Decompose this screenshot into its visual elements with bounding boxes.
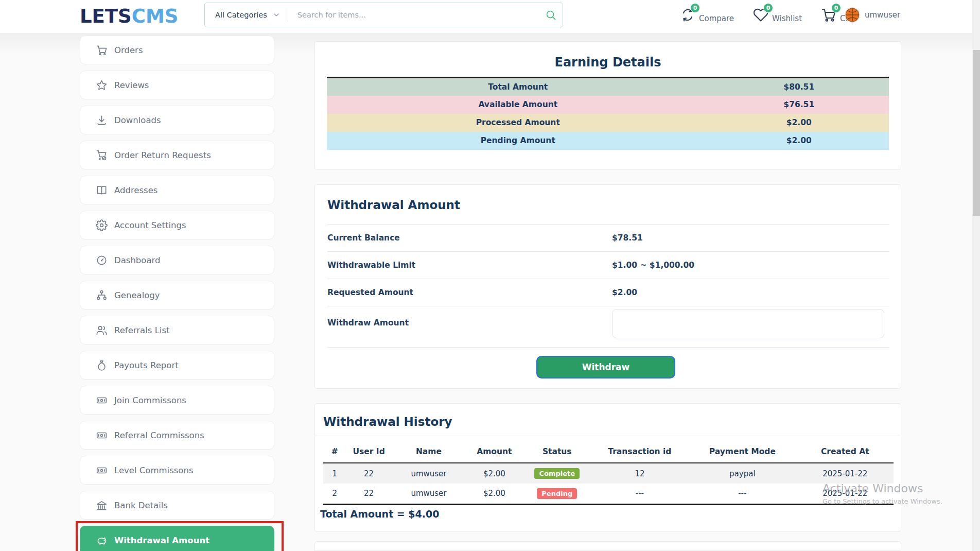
history-column-header: Status <box>523 441 591 463</box>
history-cell-created-at: 2025-01-22 <box>797 463 894 484</box>
piggy-bank-icon <box>96 535 108 546</box>
logo-part-cms: CMS <box>132 5 179 27</box>
sidebar: OrdersReviewsDownloadsOrder Return Reque… <box>80 36 274 551</box>
header-actions: 0Compare0Wishlist0Cart <box>678 6 856 24</box>
star-icon <box>96 79 108 91</box>
heart-icon: 0 <box>751 6 770 24</box>
cart-return-icon <box>96 149 108 161</box>
sidebar-item-label: Orders <box>114 45 143 55</box>
user-menu[interactable]: umwuser <box>845 7 900 23</box>
sidebar-item-orders[interactable]: Orders <box>80 36 274 64</box>
search-input[interactable] <box>288 3 539 27</box>
logo-part-lets: LETS <box>80 5 132 27</box>
sidebar-item-downloads[interactable]: Downloads <box>80 106 274 134</box>
wishlist-action[interactable]: 0Wishlist <box>751 6 802 24</box>
sidebar-item-label: Level Commissons <box>114 466 194 475</box>
history-column-header: # <box>323 441 346 463</box>
sidebar-item-label: Withdrawal Amount <box>114 536 209 545</box>
sidebar-item-label: Account Settings <box>114 220 186 230</box>
history-cell-payment-mode: paypal <box>688 463 797 484</box>
withdrawal-amount-card: Withdrawal Amount Current Balance$78.51W… <box>314 184 901 389</box>
bank-icon <box>96 500 108 511</box>
form-row-label: Withdrawable Limit <box>327 261 612 270</box>
download-icon <box>96 114 108 126</box>
history-cell-num: 2 <box>323 484 346 504</box>
sidebar-item-label: Order Return Requests <box>114 150 211 160</box>
sidebar-item-account-settings[interactable]: Account Settings <box>80 211 274 239</box>
history-column-header: User Id <box>346 441 392 463</box>
sidebar-item-label: Referral Commissons <box>114 431 204 440</box>
history-cell-name: umwuser <box>392 484 466 504</box>
search-bar: All Categories <box>204 3 563 27</box>
speedometer-icon <box>96 254 108 266</box>
letscms-logo[interactable]: LETSCMS <box>80 5 178 27</box>
user-name: umwuser <box>865 10 900 20</box>
compare-label: Compare <box>699 14 734 24</box>
cart-icon: 0 <box>819 6 838 24</box>
earning-row-value: $76.51 <box>709 96 889 114</box>
earning-row: Pending Amount$2.00 <box>327 132 889 150</box>
earning-row-label: Processed Amount <box>327 114 709 132</box>
earning-row: Available Amount$76.51 <box>327 96 889 114</box>
sidebar-item-genealogy[interactable]: Genealogy <box>80 281 274 309</box>
history-cell-num: 1 <box>323 463 346 484</box>
sidebar-item-addresses[interactable]: Addresses <box>80 176 274 204</box>
withdrawal-history-title: Withdrawal History <box>323 415 452 428</box>
earning-row-value: $2.00 <box>709 132 889 150</box>
history-row: 222umwuser$2.00Pending------2025-01-22 <box>323 484 894 504</box>
withdraw-button[interactable]: Withdraw <box>536 356 675 378</box>
history-cell-status: Complete <box>523 463 591 484</box>
earning-details-table: Total Amount$80.51Available Amount$76.51… <box>327 77 889 150</box>
sidebar-item-referrals-list[interactable]: Referrals List <box>80 316 274 345</box>
sidebar-item-dashboard[interactable]: Dashboard <box>80 246 274 274</box>
wishlist-count-badge: 0 <box>763 3 773 13</box>
withdrawal-amount-title: Withdrawal Amount <box>327 198 460 212</box>
category-dropdown[interactable]: All Categories <box>205 3 288 27</box>
history-column-header: Created At <box>797 441 894 463</box>
earning-row-value: $2.00 <box>709 114 889 132</box>
sidebar-item-label: Referrals List <box>114 325 170 335</box>
form-row-withdrawable-limit: Withdrawable Limit$1.00 ~ $1,000.00 <box>327 252 889 279</box>
history-cell-amount: $2.00 <box>466 463 523 484</box>
sidebar-item-label: Dashboard <box>114 255 161 265</box>
magnifier-icon <box>545 9 557 21</box>
category-dropdown-label: All Categories <box>215 11 267 19</box>
banknote-icon <box>96 429 108 441</box>
cart-count-badge: 0 <box>831 3 841 13</box>
form-divider <box>327 347 889 348</box>
earning-row-label: Pending Amount <box>327 132 709 150</box>
sidebar-item-label: Downloads <box>114 115 161 125</box>
compare-count-badge: 0 <box>690 3 700 13</box>
scrollbar-track[interactable] <box>972 0 980 551</box>
users-icon <box>96 324 108 336</box>
withdraw-amount-row: Withdraw Amount <box>327 306 889 347</box>
earning-details-title: Earning Details <box>315 55 901 70</box>
history-cell-created-at: 2025-01-22 <box>797 484 894 504</box>
sidebar-item-bank-details[interactable]: Bank Details <box>80 491 274 520</box>
sidebar-item-order-return-requests[interactable]: Order Return Requests <box>80 141 274 169</box>
sidebar-item-withdrawal-amount[interactable]: Withdrawal Amount <box>80 526 274 551</box>
history-cell-payment-mode: --- <box>688 484 797 504</box>
scrollbar-thumb[interactable] <box>973 50 980 216</box>
compare-arrows-icon: 0 <box>678 6 697 24</box>
money-bag-icon <box>96 359 108 371</box>
withdraw-amount-input[interactable] <box>612 309 884 338</box>
hierarchy-icon <box>96 289 108 301</box>
sidebar-item-join-commissons[interactable]: Join Commissons <box>80 386 274 415</box>
history-cell-amount: $2.00 <box>466 484 523 504</box>
status-badge: Pending <box>537 488 577 499</box>
sidebar-item-reviews[interactable]: Reviews <box>80 71 274 99</box>
history-cell-transaction-id: 12 <box>591 463 688 484</box>
withdrawal-history-table: #User IdNameAmountStatusTransaction idPa… <box>323 441 894 505</box>
earning-row-value: $80.51 <box>709 78 889 96</box>
compare-action[interactable]: 0Compare <box>678 6 734 24</box>
address-book-icon <box>96 184 108 196</box>
sidebar-item-payouts-report[interactable]: Payouts Report <box>80 351 274 380</box>
earning-row: Processed Amount$2.00 <box>327 114 889 132</box>
form-row-label: Requested Amount <box>327 288 612 297</box>
form-row-value: $2.00 <box>612 288 637 297</box>
sidebar-item-referral-commissons[interactable]: Referral Commissons <box>80 421 274 450</box>
search-button[interactable] <box>539 3 563 27</box>
sidebar-item-level-commissons[interactable]: Level Commissons <box>80 456 274 485</box>
earning-details-rows: Total Amount$80.51Available Amount$76.51… <box>327 78 889 150</box>
